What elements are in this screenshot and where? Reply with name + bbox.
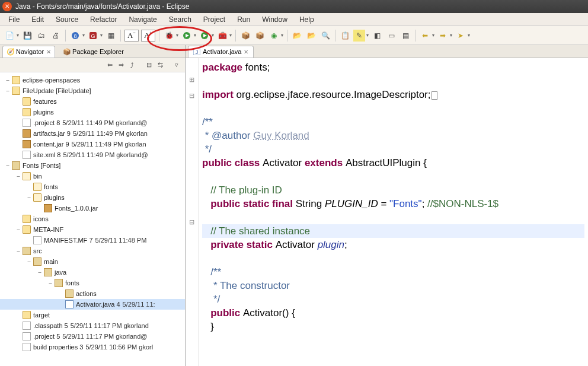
task-icon[interactable]: 📋 [339, 30, 351, 42]
bookmark-icon[interactable]: ▭ [385, 30, 397, 42]
menu-navigate[interactable]: Navigate [123, 14, 162, 25]
collapse-marker-icon[interactable]: ⊟ [188, 218, 196, 225]
package-explorer-tab[interactable]: 📦 Package Explorer [59, 46, 128, 58]
navigator-tab[interactable]: 🧭 Navigator ✕ [2, 46, 55, 58]
print-icon[interactable]: 🖨 [50, 30, 62, 42]
twisty-icon[interactable] [15, 312, 21, 318]
twisty-icon[interactable]: – [26, 195, 32, 200]
g-red-icon[interactable]: G [87, 30, 99, 42]
menu-edit[interactable]: Edit [25, 14, 50, 25]
tree-item[interactable]: artifacts.jar 9 5/29/11 11:49 PM gkorlan [0, 128, 185, 139]
new-package-icon[interactable]: 📦 [239, 30, 251, 42]
debug-icon[interactable]: 🐞 [163, 30, 175, 42]
fwd-nav-icon[interactable]: ⇒ [116, 61, 126, 70]
tree-item[interactable]: MANIFEST.MF 7 5/29/11 11:48 PM [0, 235, 185, 246]
run-icon[interactable] [181, 30, 193, 42]
up-icon[interactable]: ➤ [455, 30, 466, 42]
twisty-icon[interactable] [15, 141, 21, 147]
g-blue-icon[interactable]: 8 [69, 30, 81, 42]
tree-item[interactable]: –plugins [0, 192, 185, 203]
editor-tab-activator[interactable]: J Activator.java ✕ [188, 46, 254, 58]
outline-icon[interactable]: ▤ [400, 30, 411, 42]
twisty-icon[interactable]: – [15, 227, 21, 233]
twisty-icon[interactable] [58, 291, 64, 297]
menu-run[interactable]: Run [231, 14, 256, 25]
menu-source[interactable]: Source [50, 14, 84, 25]
twisty-icon[interactable]: – [37, 269, 43, 275]
tree-item[interactable]: build properties 3 5/29/11 10:56 PM gkor… [0, 342, 185, 352]
twisty-icon[interactable] [15, 98, 21, 104]
tree-item[interactable]: Activator.java 4 5/29/11 11: [0, 299, 185, 310]
close-icon[interactable]: ✕ [2, 2, 12, 11]
new-class-icon[interactable]: 📦 [254, 30, 266, 42]
tree-item[interactable]: .classpath 5 5/29/11 11:17 PM gkorland [0, 320, 185, 331]
twisty-icon[interactable] [15, 323, 21, 329]
search-icon[interactable]: 🔍 [319, 30, 331, 42]
collapse-marker-icon[interactable]: ⊟ [188, 92, 196, 99]
twisty-icon[interactable] [15, 109, 21, 115]
link-editor-icon[interactable]: ⇆ [155, 61, 165, 70]
tree-item[interactable]: .project 8 5/29/11 11:49 PM gkorland@ [0, 117, 185, 128]
editor-gutter[interactable]: ⊞ ⊟ ⊟ [186, 58, 199, 366]
twisty-icon[interactable] [15, 333, 21, 339]
menu-search[interactable]: Search [163, 14, 197, 25]
collapse-all-icon[interactable]: ⊟ [144, 61, 154, 70]
tree-item[interactable]: –eclipse-openspaces [0, 75, 185, 85]
tree-item[interactable]: icons [0, 214, 185, 224]
menu-project[interactable]: Project [197, 14, 231, 25]
twisty-icon[interactable]: – [5, 163, 11, 168]
twisty-icon[interactable] [37, 205, 43, 211]
twisty-icon[interactable]: – [15, 248, 21, 254]
menu-file[interactable]: File [2, 14, 25, 25]
tree-item[interactable]: –META-INF [0, 224, 185, 235]
save-icon[interactable]: 💾 [21, 30, 33, 42]
back-nav-icon[interactable]: ⇐ [105, 61, 114, 70]
tree-item[interactable]: Fonts_1.0.0.jar [0, 203, 185, 214]
tree-item[interactable]: actions [0, 288, 185, 299]
twisty-icon[interactable] [15, 120, 21, 126]
tree-item[interactable]: –Fonts [Fonts] [0, 160, 185, 171]
twisty-icon[interactable] [15, 216, 21, 222]
tree-item[interactable]: –main [0, 256, 185, 267]
twisty-icon[interactable]: – [47, 280, 53, 286]
grid-icon[interactable]: ▦ [105, 30, 117, 42]
project-tree[interactable]: –eclipse-openspaces–FileUpdate [FileUpda… [0, 72, 185, 366]
tree-item[interactable]: fonts [0, 182, 185, 192]
highlight-icon[interactable]: ✎ [353, 30, 365, 42]
view-menu-icon[interactable]: ▿ [172, 61, 181, 70]
back-icon[interactable]: ⬅ [419, 30, 431, 42]
new-type-icon[interactable]: ◉ [268, 30, 280, 42]
expand-marker-icon[interactable]: ⊞ [188, 76, 196, 83]
pin-icon[interactable]: ◧ [371, 30, 383, 42]
tree-item[interactable]: –src [0, 246, 185, 256]
open-type-icon[interactable]: 📂 [291, 30, 303, 42]
tree-item[interactable]: –FileUpdate [FileUpdate] [0, 85, 185, 96]
code-editor[interactable]: package fonts; import org.eclipse.jface.… [199, 58, 588, 366]
open-task-icon[interactable]: 📂 [305, 30, 317, 42]
decrease-font-button[interactable]: A− [124, 30, 139, 42]
twisty-icon[interactable] [15, 152, 21, 158]
tree-item[interactable]: –java [0, 267, 185, 278]
tree-item[interactable]: target [0, 310, 185, 320]
run-last-icon[interactable] [199, 30, 210, 42]
twisty-icon[interactable]: – [5, 77, 11, 83]
twisty-icon[interactable] [58, 301, 64, 307]
twisty-icon[interactable]: – [26, 259, 32, 265]
up-nav-icon[interactable]: ⤴ [127, 61, 137, 70]
tree-item[interactable]: features [0, 96, 185, 107]
save-all-icon[interactable]: 🗂 [36, 30, 47, 42]
close-editor-icon[interactable]: ✕ [244, 49, 248, 55]
tree-item[interactable]: content.jar 9 5/29/11 11:49 PM gkorlan [0, 139, 185, 149]
forward-icon[interactable]: ➡ [437, 30, 449, 42]
twisty-icon[interactable] [15, 131, 21, 136]
twisty-icon[interactable] [15, 344, 21, 350]
twisty-icon[interactable]: – [5, 88, 11, 94]
tree-item[interactable]: site.xml 8 5/29/11 11:49 PM gkorland@ [0, 149, 185, 160]
increase-font-button[interactable]: A+ [141, 30, 155, 42]
twisty-icon[interactable] [26, 237, 32, 243]
tree-item[interactable]: –bin [0, 171, 185, 182]
twisty-icon[interactable] [26, 184, 32, 190]
close-view-icon[interactable]: ✕ [46, 49, 51, 55]
menu-window[interactable]: Window [256, 14, 293, 25]
menu-help[interactable]: Help [293, 14, 320, 25]
